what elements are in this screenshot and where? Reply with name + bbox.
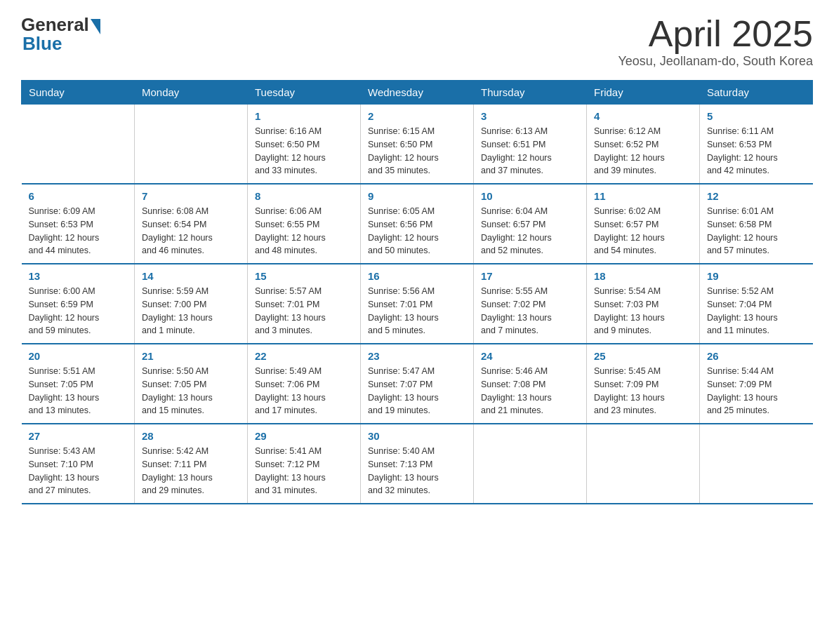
header-wednesday: Wednesday bbox=[361, 81, 474, 105]
calendar-cell: 14Sunrise: 5:59 AM Sunset: 7:00 PM Dayli… bbox=[135, 264, 248, 344]
day-number: 24 bbox=[481, 350, 579, 362]
day-info: Sunrise: 5:44 AM Sunset: 7:09 PM Dayligh… bbox=[707, 365, 806, 417]
calendar-cell: 13Sunrise: 6:00 AM Sunset: 6:59 PM Dayli… bbox=[22, 264, 135, 344]
day-number: 28 bbox=[142, 430, 240, 442]
calendar-cell: 8Sunrise: 6:06 AM Sunset: 6:55 PM Daylig… bbox=[248, 184, 361, 264]
day-number: 9 bbox=[368, 190, 466, 202]
calendar-cell bbox=[474, 424, 587, 504]
day-number: 23 bbox=[368, 350, 466, 362]
calendar-title: April 2025 bbox=[618, 14, 813, 54]
header-saturday: Saturday bbox=[700, 81, 813, 105]
calendar-week-row: 27Sunrise: 5:43 AM Sunset: 7:10 PM Dayli… bbox=[22, 424, 813, 504]
calendar-cell: 16Sunrise: 5:56 AM Sunset: 7:01 PM Dayli… bbox=[361, 264, 474, 344]
header-sunday: Sunday bbox=[22, 81, 135, 105]
calendar-week-row: 20Sunrise: 5:51 AM Sunset: 7:05 PM Dayli… bbox=[22, 344, 813, 424]
day-info: Sunrise: 6:13 AM Sunset: 6:51 PM Dayligh… bbox=[481, 125, 579, 177]
calendar-cell: 23Sunrise: 5:47 AM Sunset: 7:07 PM Dayli… bbox=[361, 344, 474, 424]
day-info: Sunrise: 5:43 AM Sunset: 7:10 PM Dayligh… bbox=[29, 445, 128, 497]
day-number: 2 bbox=[368, 110, 466, 122]
calendar-week-row: 6Sunrise: 6:09 AM Sunset: 6:53 PM Daylig… bbox=[22, 184, 813, 264]
day-number: 30 bbox=[368, 430, 466, 442]
calendar-cell: 17Sunrise: 5:55 AM Sunset: 7:02 PM Dayli… bbox=[474, 264, 587, 344]
calendar-cell bbox=[587, 424, 700, 504]
day-info: Sunrise: 5:52 AM Sunset: 7:04 PM Dayligh… bbox=[707, 285, 806, 337]
day-info: Sunrise: 6:11 AM Sunset: 6:53 PM Dayligh… bbox=[707, 125, 806, 177]
day-number: 19 bbox=[707, 270, 806, 282]
calendar-cell: 27Sunrise: 5:43 AM Sunset: 7:10 PM Dayli… bbox=[22, 424, 135, 504]
day-number: 8 bbox=[255, 190, 353, 202]
calendar-cell: 22Sunrise: 5:49 AM Sunset: 7:06 PM Dayli… bbox=[248, 344, 361, 424]
day-number: 26 bbox=[707, 350, 806, 362]
calendar-cell bbox=[22, 105, 135, 185]
day-info: Sunrise: 6:15 AM Sunset: 6:50 PM Dayligh… bbox=[368, 125, 466, 177]
day-info: Sunrise: 6:00 AM Sunset: 6:59 PM Dayligh… bbox=[29, 285, 128, 337]
day-info: Sunrise: 5:47 AM Sunset: 7:07 PM Dayligh… bbox=[368, 365, 466, 417]
day-info: Sunrise: 6:16 AM Sunset: 6:50 PM Dayligh… bbox=[255, 125, 353, 177]
day-number: 29 bbox=[255, 430, 353, 442]
calendar-cell: 10Sunrise: 6:04 AM Sunset: 6:57 PM Dayli… bbox=[474, 184, 587, 264]
day-info: Sunrise: 6:06 AM Sunset: 6:55 PM Dayligh… bbox=[255, 205, 353, 257]
calendar-cell: 1Sunrise: 6:16 AM Sunset: 6:50 PM Daylig… bbox=[248, 105, 361, 185]
header-tuesday: Tuesday bbox=[248, 81, 361, 105]
day-number: 1 bbox=[255, 110, 353, 122]
calendar-table: SundayMondayTuesdayWednesdayThursdayFrid… bbox=[21, 80, 813, 504]
day-number: 16 bbox=[368, 270, 466, 282]
day-info: Sunrise: 5:51 AM Sunset: 7:05 PM Dayligh… bbox=[29, 365, 128, 417]
day-number: 15 bbox=[255, 270, 353, 282]
calendar-cell: 29Sunrise: 5:41 AM Sunset: 7:12 PM Dayli… bbox=[248, 424, 361, 504]
day-number: 17 bbox=[481, 270, 579, 282]
day-info: Sunrise: 5:50 AM Sunset: 7:05 PM Dayligh… bbox=[142, 365, 240, 417]
day-info: Sunrise: 5:54 AM Sunset: 7:03 PM Dayligh… bbox=[594, 285, 692, 337]
day-number: 3 bbox=[481, 110, 579, 122]
header-thursday: Thursday bbox=[474, 81, 587, 105]
day-info: Sunrise: 5:40 AM Sunset: 7:13 PM Dayligh… bbox=[368, 445, 466, 497]
calendar-cell: 30Sunrise: 5:40 AM Sunset: 7:13 PM Dayli… bbox=[361, 424, 474, 504]
logo: General Blue bbox=[21, 14, 100, 55]
calendar-cell bbox=[135, 105, 248, 185]
header-monday: Monday bbox=[135, 81, 248, 105]
day-info: Sunrise: 5:46 AM Sunset: 7:08 PM Dayligh… bbox=[481, 365, 579, 417]
calendar-cell: 24Sunrise: 5:46 AM Sunset: 7:08 PM Dayli… bbox=[474, 344, 587, 424]
calendar-cell: 28Sunrise: 5:42 AM Sunset: 7:11 PM Dayli… bbox=[135, 424, 248, 504]
day-number: 12 bbox=[707, 190, 806, 202]
day-info: Sunrise: 5:45 AM Sunset: 7:09 PM Dayligh… bbox=[594, 365, 692, 417]
calendar-cell: 6Sunrise: 6:09 AM Sunset: 6:53 PM Daylig… bbox=[22, 184, 135, 264]
day-number: 25 bbox=[594, 350, 692, 362]
day-info: Sunrise: 6:01 AM Sunset: 6:58 PM Dayligh… bbox=[707, 205, 806, 257]
day-info: Sunrise: 6:05 AM Sunset: 6:56 PM Dayligh… bbox=[368, 205, 466, 257]
calendar-cell: 18Sunrise: 5:54 AM Sunset: 7:03 PM Dayli… bbox=[587, 264, 700, 344]
day-number: 10 bbox=[481, 190, 579, 202]
day-number: 20 bbox=[29, 350, 128, 362]
day-info: Sunrise: 5:56 AM Sunset: 7:01 PM Dayligh… bbox=[368, 285, 466, 337]
day-number: 13 bbox=[29, 270, 128, 282]
calendar-header-row: SundayMondayTuesdayWednesdayThursdayFrid… bbox=[22, 81, 813, 105]
day-info: Sunrise: 6:12 AM Sunset: 6:52 PM Dayligh… bbox=[594, 125, 692, 177]
calendar-subtitle: Yeosu, Jeollanam-do, South Korea bbox=[618, 54, 813, 69]
day-number: 27 bbox=[29, 430, 128, 442]
day-info: Sunrise: 6:08 AM Sunset: 6:54 PM Dayligh… bbox=[142, 205, 240, 257]
calendar-cell: 25Sunrise: 5:45 AM Sunset: 7:09 PM Dayli… bbox=[587, 344, 700, 424]
calendar-week-row: 1Sunrise: 6:16 AM Sunset: 6:50 PM Daylig… bbox=[22, 105, 813, 185]
day-info: Sunrise: 6:09 AM Sunset: 6:53 PM Dayligh… bbox=[29, 205, 128, 257]
calendar-cell bbox=[700, 424, 813, 504]
day-number: 5 bbox=[707, 110, 806, 122]
day-number: 11 bbox=[594, 190, 692, 202]
page-header: General Blue April 2025 Yeosu, Jeollanam… bbox=[21, 14, 813, 69]
calendar-cell: 26Sunrise: 5:44 AM Sunset: 7:09 PM Dayli… bbox=[700, 344, 813, 424]
calendar-cell: 7Sunrise: 6:08 AM Sunset: 6:54 PM Daylig… bbox=[135, 184, 248, 264]
day-info: Sunrise: 5:59 AM Sunset: 7:00 PM Dayligh… bbox=[142, 285, 240, 337]
day-info: Sunrise: 5:42 AM Sunset: 7:11 PM Dayligh… bbox=[142, 445, 240, 497]
day-number: 14 bbox=[142, 270, 240, 282]
calendar-cell: 9Sunrise: 6:05 AM Sunset: 6:56 PM Daylig… bbox=[361, 184, 474, 264]
day-number: 7 bbox=[142, 190, 240, 202]
day-number: 4 bbox=[594, 110, 692, 122]
logo-arrow-icon bbox=[91, 19, 100, 34]
day-number: 6 bbox=[29, 190, 128, 202]
calendar-cell: 4Sunrise: 6:12 AM Sunset: 6:52 PM Daylig… bbox=[587, 105, 700, 185]
calendar-cell: 5Sunrise: 6:11 AM Sunset: 6:53 PM Daylig… bbox=[700, 105, 813, 185]
day-info: Sunrise: 5:57 AM Sunset: 7:01 PM Dayligh… bbox=[255, 285, 353, 337]
day-number: 22 bbox=[255, 350, 353, 362]
day-info: Sunrise: 5:55 AM Sunset: 7:02 PM Dayligh… bbox=[481, 285, 579, 337]
calendar-cell: 12Sunrise: 6:01 AM Sunset: 6:58 PM Dayli… bbox=[700, 184, 813, 264]
logo-blue-text: Blue bbox=[22, 33, 62, 55]
